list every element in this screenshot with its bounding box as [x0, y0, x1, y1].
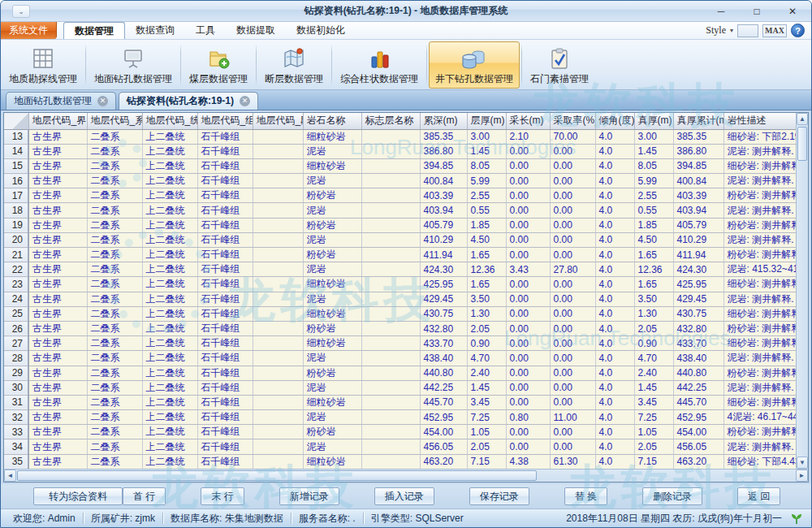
table-cell[interactable]: 452.95 [673, 410, 723, 425]
table-cell[interactable] [253, 203, 303, 218]
column-header[interactable]: 岩性描述 [723, 113, 796, 129]
table-cell[interactable]: 粉砂岩 [303, 218, 361, 232]
table-cell[interactable]: 石千峰组 [197, 262, 253, 277]
table-cell[interactable]: 泥岩: 测井解释. [723, 203, 796, 218]
table-cell[interactable]: 古生界 [28, 188, 87, 203]
row-number-cell[interactable]: 34 [4, 439, 28, 454]
table-cell[interactable]: 442.25 [673, 380, 723, 395]
table-cell[interactable]: 石千峰组 [197, 439, 253, 454]
table-cell[interactable]: 古生界 [28, 454, 87, 469]
table-cell[interactable]: 438.40 [420, 351, 467, 366]
table-cell[interactable]: 0.80 [506, 410, 550, 425]
table-cell[interactable]: 上二叠统 [142, 321, 197, 335]
table-cell[interactable]: 粉砂岩: 测井解释. [723, 248, 796, 262]
table-cell[interactable] [253, 248, 303, 262]
table-cell[interactable]: 3.50 [634, 292, 673, 306]
column-header[interactable]: 地层代码_统 [142, 113, 197, 129]
table-cell[interactable]: 1.30 [467, 306, 506, 321]
table-cell[interactable]: 7.15 [467, 454, 506, 469]
table-cell[interactable]: 石千峰组 [197, 232, 253, 247]
row-number-cell[interactable]: 24 [4, 292, 28, 306]
row-number-cell[interactable]: 35 [4, 454, 28, 469]
scroll-right-icon[interactable]: ► [796, 470, 808, 482]
table-cell[interactable]: 石千峰组 [197, 380, 253, 395]
table-cell[interactable]: 石千峰组 [197, 395, 253, 409]
table-row[interactable]: 35古生界二叠系上二叠统石千峰组细粒砂岩463.207.154.3861.304… [4, 454, 796, 469]
table-cell[interactable]: 细粒砂岩 [303, 158, 361, 173]
table-cell[interactable]: 泥岩 [303, 232, 361, 247]
system-file-button[interactable]: 系统文件 [1, 22, 57, 39]
table-cell[interactable]: 4.0 [595, 203, 634, 218]
table-cell[interactable]: 0.00 [550, 321, 595, 335]
table-cell[interactable] [253, 425, 303, 439]
table-cell[interactable]: 11.00 [550, 410, 595, 425]
table-cell[interactable]: 泥岩: 测井解释. [723, 292, 796, 306]
table-cell[interactable]: 上二叠统 [142, 454, 197, 469]
table-cell[interactable]: 石千峰组 [197, 203, 253, 218]
table-cell[interactable]: 1.05 [467, 425, 506, 439]
column-header[interactable]: 地层代码_系 [87, 113, 142, 129]
table-cell[interactable]: 3.45 [634, 395, 673, 409]
table-cell[interactable]: 石千峰组 [197, 218, 253, 232]
table-cell[interactable]: 2.40 [467, 366, 506, 380]
table-cell[interactable]: 1.65 [634, 248, 673, 262]
table-cell[interactable]: 4.0 [595, 454, 634, 469]
table-cell[interactable]: 上二叠统 [142, 218, 197, 232]
table-cell[interactable]: 410.29 [420, 232, 467, 247]
last-row-button[interactable]: 末 行 [201, 487, 244, 505]
table-cell[interactable]: 3.43 [506, 262, 550, 277]
table-cell[interactable]: 0.00 [550, 248, 595, 262]
row-number-cell[interactable]: 26 [4, 321, 28, 335]
table-cell[interactable]: 0.00 [506, 218, 550, 232]
table-cell[interactable]: 石千峰组 [197, 158, 253, 173]
table-cell[interactable]: 4.70 [467, 351, 506, 366]
table-cell[interactable]: 古生界 [28, 336, 87, 351]
table-cell[interactable]: 细粒砂岩 [303, 129, 361, 144]
table-cell[interactable]: 粉砂岩: 测井解释. [723, 321, 796, 335]
column-header[interactable]: 真厚(m) [634, 113, 673, 129]
table-row[interactable]: 31古生界二叠系上二叠统石千峰组细粒砂岩445.703.450.000.004.… [4, 395, 796, 409]
table-cell[interactable]: 二叠系 [87, 380, 142, 395]
table-cell[interactable]: 424.30 [673, 262, 723, 277]
table-cell[interactable]: 4泥岩: 46.17~446. [723, 410, 796, 425]
table-cell[interactable]: 0.00 [550, 188, 595, 203]
table-cell[interactable]: 0.00 [506, 203, 550, 218]
table-cell[interactable]: 古生界 [28, 366, 87, 380]
column-header[interactable]: 地层代码_界 [28, 113, 87, 129]
table-cell[interactable]: 古生界 [28, 395, 87, 409]
table-cell[interactable]: 石千峰组 [197, 129, 253, 144]
column-header[interactable]: 累深(m) [420, 113, 467, 129]
table-cell[interactable]: 上二叠统 [142, 232, 197, 247]
table-cell[interactable] [361, 129, 420, 144]
table-cell[interactable]: 456.05 [673, 439, 723, 454]
table-cell[interactable]: 0.55 [634, 203, 673, 218]
close-tab-icon[interactable]: ✕ [240, 96, 250, 106]
table-cell[interactable]: 0.00 [550, 380, 595, 395]
table-cell[interactable]: 石千峰组 [197, 410, 253, 425]
table-cell[interactable] [253, 277, 303, 292]
table-cell[interactable]: 4.0 [595, 248, 634, 262]
table-cell[interactable]: 2.40 [634, 366, 673, 380]
table-cell[interactable] [361, 188, 420, 203]
table-cell[interactable]: 石千峰组 [197, 174, 253, 188]
table-cell[interactable]: 粉砂岩: 测井解释. [723, 218, 796, 232]
column-header[interactable]: 采长(m) [506, 113, 550, 129]
table-cell[interactable] [361, 248, 420, 262]
table-cell[interactable]: 440.80 [420, 366, 467, 380]
table-cell[interactable]: 石千峰组 [197, 306, 253, 321]
table-cell[interactable]: 4.0 [595, 144, 634, 158]
scroll-left-icon[interactable]: ◄ [4, 470, 16, 482]
table-cell[interactable]: 0.00 [550, 395, 595, 409]
table-cell[interactable]: 0.00 [550, 439, 595, 454]
table-cell[interactable]: 泥岩: 测井解释. [723, 174, 796, 188]
table-row[interactable]: 27古生界二叠系上二叠统石千峰组细粒砂岩433.700.900.000.004.… [4, 336, 796, 351]
replace-button[interactable]: 替 换 [564, 487, 607, 505]
select-all-corner[interactable] [4, 113, 28, 129]
column-header[interactable]: 真厚累计(m) [673, 113, 723, 129]
table-cell[interactable]: 4.70 [634, 351, 673, 366]
table-cell[interactable]: 泥岩 [303, 351, 361, 366]
table-cell[interactable]: 0.00 [550, 203, 595, 218]
table-cell[interactable]: 0.00 [506, 425, 550, 439]
table-cell[interactable]: 454.00 [673, 425, 723, 439]
table-row[interactable]: 34古生界二叠系上二叠统石千峰组泥岩456.052.050.000.004.02… [4, 439, 796, 454]
